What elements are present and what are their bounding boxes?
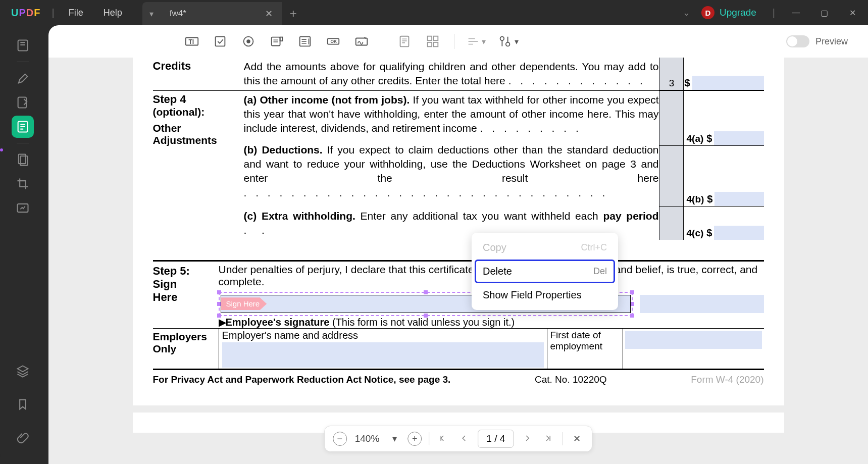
only-label: Only: [153, 343, 219, 355]
svg-point-22: [500, 37, 504, 41]
edit-tool[interactable]: [12, 91, 34, 114]
field-4c-input[interactable]: [714, 226, 763, 240]
separator: |: [47, 7, 58, 19]
layers-icon[interactable]: [12, 360, 34, 382]
optional-label: (optional):: [153, 106, 244, 118]
svg-rect-12: [280, 37, 283, 41]
step4-label: Step 4: [153, 93, 244, 106]
close-window-icon[interactable]: ✕: [841, 5, 864, 20]
menu-file[interactable]: File: [59, 8, 93, 18]
grid-tool[interactable]: [421, 29, 445, 54]
page-indicator[interactable]: 1 / 4: [478, 430, 514, 448]
employer-name-input[interactable]: [222, 342, 544, 368]
svg-rect-19: [434, 36, 438, 40]
other-label: Other: [153, 122, 244, 134]
form-revision: Form W-4 (2020): [691, 374, 763, 385]
employer-name-label: Employer's name and address: [222, 330, 544, 341]
app-logo: UPDF: [4, 7, 47, 19]
preview-toggle[interactable]: [786, 35, 809, 47]
radio-tool[interactable]: [236, 29, 261, 54]
upgrade-button[interactable]: Upgrade: [720, 7, 756, 18]
svg-rect-1: [18, 97, 26, 108]
credits-label: Credits: [153, 60, 191, 72]
ein-input[interactable]: [625, 331, 762, 349]
first-date-label-2: employment: [550, 341, 620, 352]
svg-rect-18: [428, 36, 432, 40]
left-sidebar: [0, 25, 45, 464]
tools-dropdown[interactable]: ▾: [492, 29, 524, 54]
svg-point-23: [506, 42, 510, 46]
ctx-show-properties[interactable]: Show Field Properties: [475, 283, 615, 307]
attachment-icon[interactable]: [12, 427, 34, 449]
svg-rect-21: [434, 42, 438, 46]
svg-rect-8: [216, 37, 225, 46]
minimize-icon[interactable]: ―: [784, 5, 807, 20]
svg-rect-0: [18, 40, 28, 51]
bookmark-icon[interactable]: [12, 393, 34, 416]
zoom-in-button[interactable]: +: [405, 430, 424, 448]
menu-help[interactable]: Help: [93, 8, 132, 18]
form-tool[interactable]: [12, 116, 34, 138]
tab-list-dropdown[interactable]: ▾: [142, 2, 161, 25]
field-4a-input[interactable]: [714, 131, 763, 145]
chevron-down-icon[interactable]: ⌄: [677, 7, 696, 18]
employers-label: Employers: [153, 331, 219, 343]
svg-rect-11: [272, 37, 280, 46]
first-date-label-1: First date of: [550, 330, 620, 341]
svg-rect-17: [400, 36, 409, 47]
zoom-dropdown[interactable]: ▾: [385, 430, 403, 448]
signature-tool[interactable]: [349, 29, 374, 54]
ctx-copy: CopyCtrl+C: [475, 236, 615, 260]
crop-tool[interactable]: [12, 173, 34, 195]
separator: |: [769, 7, 779, 19]
document-viewport[interactable]: Credits Add the amounts above for qualif…: [48, 58, 868, 464]
document-tab[interactable]: fw4* ✕: [161, 2, 282, 25]
reader-tool[interactable]: [12, 34, 34, 57]
new-tab-button[interactable]: +: [282, 2, 305, 25]
comment-tool[interactable]: [12, 67, 34, 89]
tab-close-icon[interactable]: ✕: [265, 8, 273, 19]
form-toolbar: TI OK ▾ ▾ Preview: [48, 25, 868, 58]
page-form-tool[interactable]: [392, 29, 417, 54]
catalog-number: Cat. No. 10220Q: [535, 374, 607, 385]
checkbox-tool[interactable]: [208, 29, 232, 54]
context-menu: CopyCtrl+C DeleteDel Show Field Properti…: [472, 233, 618, 310]
text-field-tool[interactable]: TI: [180, 29, 204, 54]
svg-text:TI: TI: [188, 38, 194, 45]
button-tool[interactable]: OK: [321, 29, 345, 54]
adjustments-label: Adjustments: [153, 134, 244, 146]
upgrade-badge[interactable]: D: [701, 6, 714, 19]
field-3-input[interactable]: [692, 76, 764, 90]
svg-rect-20: [428, 42, 432, 46]
titlebar: UPDF | File Help ▾ fw4* ✕ + ⌄ D Upgrade …: [0, 0, 868, 25]
listbox-tool[interactable]: [293, 29, 317, 54]
svg-point-10: [246, 39, 250, 43]
svg-text:OK: OK: [330, 39, 337, 44]
last-page-button[interactable]: [539, 430, 557, 448]
tab-title: fw4*: [170, 9, 186, 19]
prev-page-button[interactable]: [454, 430, 473, 448]
here-label: Here: [153, 291, 219, 304]
tab-bar: ▾ fw4* ✕ +: [142, 0, 305, 25]
zoom-level[interactable]: 140%: [351, 433, 384, 444]
sign-here-tag: Sign Here: [221, 297, 267, 310]
preview-label: Preview: [815, 36, 848, 47]
maximize-icon[interactable]: ▢: [812, 5, 836, 20]
first-page-button[interactable]: [434, 430, 452, 448]
active-indicator-dot: [0, 148, 3, 151]
next-page-button[interactable]: [519, 430, 537, 448]
organize-tool[interactable]: [12, 148, 34, 171]
redact-tool[interactable]: [12, 197, 34, 219]
pdf-page: Credits Add the amounts above for qualif…: [133, 58, 784, 405]
date-field[interactable]: [640, 295, 764, 313]
align-tool[interactable]: ▾: [464, 29, 488, 54]
privacy-notice: For Privacy Act and Paperwork Reduction …: [153, 374, 451, 385]
dropdown-tool[interactable]: [265, 29, 289, 54]
line-3-number: 3: [666, 78, 677, 90]
page-navigation-bar: − 140% ▾ + 1 / 4 ✕: [324, 426, 593, 452]
step5-label: Step 5:: [153, 265, 219, 278]
field-4b-input[interactable]: [714, 192, 763, 206]
close-nav-button[interactable]: ✕: [568, 430, 586, 448]
zoom-out-button[interactable]: −: [331, 430, 349, 448]
ctx-delete[interactable]: DeleteDel: [475, 260, 615, 283]
